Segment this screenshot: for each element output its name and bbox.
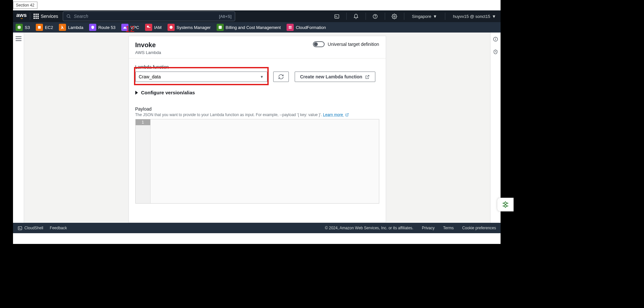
- chevron-down-icon: ▼: [433, 14, 437, 19]
- assistant-fab[interactable]: [497, 198, 514, 211]
- billing-icon: [217, 24, 224, 31]
- lambda-function-select[interactable]: Craw_data ▼: [135, 72, 267, 82]
- privacy-link[interactable]: Privacy: [422, 226, 435, 230]
- annotation-number: 12: [125, 33, 135, 34]
- cloudshell-icon: [18, 226, 22, 231]
- top-nav: aws⌣ Services Search [Alt+S]: [13, 10, 501, 22]
- svg-point-0: [67, 14, 70, 17]
- svg-rect-13: [289, 26, 290, 27]
- editor-textarea[interactable]: [151, 119, 379, 203]
- notifications-icon[interactable]: [350, 10, 362, 22]
- shortcut-label: CloudFormation: [296, 25, 326, 30]
- configure-version-alias-expander[interactable]: Configure version/alias: [135, 90, 379, 95]
- region-selector[interactable]: Singapore ▼: [408, 10, 442, 22]
- main-center: Invoke AWS Lambda Universal target defin…: [24, 33, 490, 223]
- create-lambda-label: Create new Lambda function: [300, 74, 362, 79]
- shortcut-billing[interactable]: Billing and Cost Management: [217, 24, 281, 31]
- search-placeholder: Search: [74, 14, 88, 19]
- shortcut-label: S3: [25, 25, 30, 30]
- cloudshell-label: CloudShell: [24, 226, 43, 230]
- divider: [385, 13, 385, 20]
- shortcut-route53[interactable]: Route 53: [89, 24, 115, 31]
- account-label: huyvv15 @ sonct15: [453, 14, 490, 19]
- topnav-right: Singapore ▼ huyvv15 @ sonct15 ▼: [331, 10, 501, 22]
- right-rail: [490, 33, 501, 223]
- ec2-icon: [36, 24, 43, 31]
- panel-title: Invoke: [135, 41, 161, 49]
- cookie-link[interactable]: Cookie preferences: [462, 226, 496, 230]
- svg-rect-15: [289, 28, 290, 29]
- shortcut-cloudformation[interactable]: CloudFormation: [287, 24, 326, 31]
- route53-icon: [89, 24, 96, 31]
- hamburger-icon[interactable]: [16, 36, 21, 223]
- learn-more-link[interactable]: Learn more: [323, 113, 349, 117]
- cloudshell-icon[interactable]: [331, 10, 343, 22]
- shortcut-lambda[interactable]: Lambda: [59, 24, 83, 31]
- panel-body: 12 Lambda function Craw_data ▼: [129, 59, 386, 209]
- grid-icon: [34, 14, 39, 19]
- divider: [445, 13, 445, 20]
- shortcut-label: Systems Manager: [177, 25, 211, 30]
- account-selector[interactable]: huyvv15 @ sonct15 ▼: [449, 10, 501, 22]
- lambda-select-row: Craw_data ▼ Create new Lambda function: [135, 72, 379, 82]
- line-number: 1: [136, 119, 150, 125]
- divider: [30, 13, 30, 20]
- bottom-bar-right: © 2024, Amazon Web Services, Inc. or its…: [325, 226, 496, 230]
- shortcut-label: Lambda: [68, 25, 83, 30]
- search-icon: [66, 14, 71, 19]
- shortcut-systems-manager[interactable]: Systems Manager: [168, 24, 211, 31]
- editor-gutter: 1: [136, 119, 151, 203]
- shortcut-ec2[interactable]: EC2: [36, 24, 53, 31]
- help-icon[interactable]: [369, 10, 382, 22]
- feedback-link[interactable]: Feedback: [50, 226, 67, 230]
- lambda-function-label: Lambda function: [135, 64, 379, 70]
- payload-editor[interactable]: 1: [135, 119, 379, 204]
- search-input[interactable]: Search [Alt+S]: [63, 11, 235, 21]
- payload-desc-text: The JSON that you want to provide to you…: [135, 113, 323, 117]
- terms-link[interactable]: Terms: [443, 226, 454, 230]
- svg-rect-10: [148, 27, 150, 28]
- shortcut-iam[interactable]: IAM: [145, 24, 162, 31]
- bottom-bar: CloudShell Feedback © 2024, Amazon Web S…: [13, 223, 501, 233]
- svg-rect-12: [219, 26, 221, 29]
- universal-target-toggle[interactable]: [313, 41, 325, 47]
- shortcut-bar: S3 EC2 Lambda Route 53 VPC IAM Systems M…: [13, 22, 501, 33]
- payload-label: Payload: [135, 106, 379, 112]
- cloudshell-button[interactable]: CloudShell: [18, 226, 43, 231]
- systems-manager-icon: [168, 24, 175, 31]
- bottom-bar-left: CloudShell Feedback: [18, 226, 67, 231]
- svg-point-11: [169, 26, 172, 29]
- clock-icon[interactable]: [493, 49, 498, 55]
- shortcut-label: Billing and Cost Management: [226, 25, 281, 30]
- configure-label: Configure version/alias: [141, 90, 195, 95]
- left-rail: [13, 33, 24, 223]
- shortcut-s3[interactable]: S3: [16, 24, 30, 31]
- svg-rect-14: [290, 26, 292, 27]
- learn-more-text: Learn more: [323, 113, 343, 117]
- section-label: Section 42: [13, 2, 37, 9]
- s3-icon: [16, 24, 23, 31]
- iam-icon: [145, 24, 152, 31]
- universal-target-toggle-row: Universal target definition: [313, 41, 379, 47]
- svg-rect-23: [18, 226, 22, 230]
- external-link-icon: [365, 74, 370, 79]
- shortcut-label: EC2: [45, 25, 53, 30]
- search-hint: [Alt+S]: [219, 14, 232, 19]
- content-area: Invoke AWS Lambda Universal target defin…: [13, 33, 501, 223]
- payload-description: The JSON that you want to provide to you…: [135, 113, 379, 117]
- assistant-icon: [501, 200, 510, 209]
- svg-rect-7: [38, 26, 41, 29]
- chevron-down-icon: ▼: [492, 14, 496, 19]
- copyright: © 2024, Amazon Web Services, Inc. or its…: [325, 226, 413, 230]
- shortcut-label: Route 53: [98, 25, 115, 30]
- services-menu[interactable]: Services: [34, 14, 58, 19]
- settings-icon[interactable]: [388, 10, 401, 22]
- create-lambda-button[interactable]: Create new Lambda function: [295, 72, 375, 82]
- aws-logo[interactable]: aws⌣: [16, 13, 27, 20]
- svg-rect-16: [290, 28, 292, 29]
- services-label: Services: [41, 14, 58, 19]
- refresh-button[interactable]: [273, 72, 289, 82]
- svg-line-1: [69, 17, 70, 18]
- info-icon[interactable]: [493, 36, 498, 42]
- region-label: Singapore: [412, 14, 431, 19]
